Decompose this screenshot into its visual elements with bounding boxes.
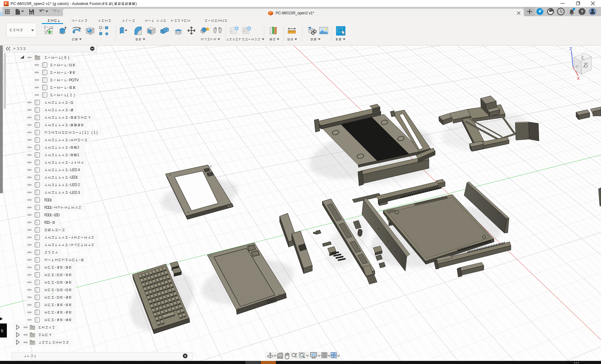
svg-text:FDD1: FDD1 [44,198,52,202]
svg-text:LED: LED [54,213,60,217]
svg-text:2: 2 [77,145,79,150]
svg-text:?: ? [581,9,583,14]
svg-text:PC-6601SR_open2 v1* (g catsin): PC-6601SR_open2 v1* (g catsin) - Autodes… [11,2,101,6]
svg-text:(1): (1) [67,93,75,97]
svg-text:LED1: LED1 [70,175,78,180]
svg-text:F: F [5,2,7,5]
svg-text:X: X [577,76,580,81]
svg-text:FDD1: FDD1 [44,205,52,210]
svg-text:1: 1 [77,153,79,157]
svg-text:Z: Z [570,46,572,51]
svg-text:): ) [135,2,137,6]
svg-text:LED 2: LED 2 [70,183,80,187]
svg-text:5: 5 [1,328,3,333]
svg-text:PC-6601SR_open2 v1*: PC-6601SR_open2 v1* [276,11,314,15]
svg-text:PC/TV: PC/TV [69,78,79,82]
svg-text:(5): (5) [61,55,69,60]
svg-text:LED 3: LED 3 [70,190,80,195]
svg-text:FDD: FDD [44,220,50,225]
svg-text:(1) (1): (1) (1) [82,130,98,135]
svg-text:FDD1: FDD1 [44,213,52,217]
svg-text:LED 4: LED 4 [70,168,80,172]
